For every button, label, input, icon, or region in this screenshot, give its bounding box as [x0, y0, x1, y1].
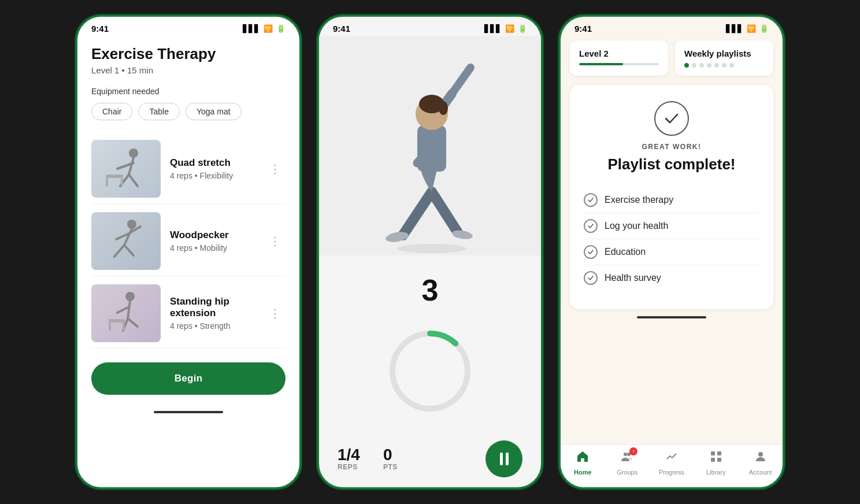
nav-home[interactable]: Home [565, 450, 600, 476]
reps-pts: 1/4 REPS 0 PTS [338, 447, 398, 471]
reps-value: 1/4 [338, 447, 360, 463]
exercise-info-hip: Standing hip extension 4 reps • Strength [170, 296, 265, 331]
status-icons-3: ▋▋▋ 🛜 🔋 [726, 24, 769, 33]
progress-icon [665, 450, 679, 467]
dot-6 [722, 63, 726, 68]
bottom-nav: Home ! Groups [561, 444, 783, 487]
tab-weekly-dots [684, 63, 764, 68]
check-sm-4 [584, 271, 598, 285]
pause-bar-left [500, 453, 503, 465]
battery-icon-3: 🔋 [759, 24, 769, 33]
home-indicator-3 [637, 316, 706, 318]
svg-line-24 [432, 192, 458, 232]
exercise-name-wood: Woodpecker [170, 229, 265, 241]
screen1-content: Exercise Therapy Level 1 • 15 min Equipm… [77, 36, 299, 404]
check-sm-3 [584, 245, 598, 259]
groups-icon: ! [620, 450, 634, 467]
svg-rect-38 [711, 451, 715, 455]
pause-icon [500, 453, 509, 465]
svg-line-10 [114, 245, 124, 257]
check-sm-1 [584, 193, 598, 207]
svg-line-15 [128, 301, 130, 318]
home-icon [576, 450, 590, 467]
nav-groups[interactable]: ! Groups [610, 450, 644, 476]
wifi-icon-2: 🛜 [505, 24, 514, 33]
exercise-detail-wood: 4 reps • Mobility [170, 243, 265, 253]
check-sm-2 [584, 219, 598, 233]
dot-5 [714, 63, 719, 68]
tab-level2[interactable]: Level 2 [570, 40, 668, 76]
svg-rect-7 [121, 178, 123, 187]
svg-rect-20 [109, 323, 111, 331]
reps-item: 1/4 REPS [338, 447, 360, 471]
exercise-menu-wood[interactable]: ⋮ [265, 229, 286, 253]
workout-image [319, 36, 541, 255]
svg-line-3 [129, 175, 138, 186]
exercise-menu-hip[interactable]: ⋮ [265, 302, 286, 325]
status-bar-1: 9:41 ▋▋▋ 🛜 🔋 [77, 17, 299, 36]
svg-point-42 [758, 452, 763, 457]
signal-icon-2: ▋▋▋ [484, 24, 502, 33]
app-title: Exercise Therapy [91, 45, 286, 63]
nav-progress[interactable]: Progress [654, 450, 689, 476]
nav-groups-label: Groups [617, 469, 637, 476]
equipment-yogamat[interactable]: Yoga mat [186, 103, 242, 120]
svg-point-33 [439, 101, 448, 115]
dot-3 [699, 63, 704, 68]
equipment-chair[interactable]: Chair [91, 103, 132, 120]
exercise-item-quad[interactable]: Quad stretch 4 reps • Flexibility ⋮ [91, 134, 286, 204]
check-circle-large [654, 101, 689, 136]
time-2: 9:41 [333, 24, 350, 34]
exercise-item-hip[interactable]: Standing hip extension 4 reps • Strength… [91, 279, 286, 349]
nav-progress-label: Progress [659, 469, 684, 476]
svg-rect-40 [711, 458, 715, 462]
signal-icon: ▋▋▋ [243, 24, 260, 33]
checklist-label-3: Education [605, 247, 646, 257]
svg-rect-21 [123, 323, 125, 331]
ring-svg [384, 325, 476, 417]
svg-rect-39 [717, 451, 721, 455]
pts-value: 0 [383, 447, 398, 463]
status-bar-3: 9:41 ▋▋▋ 🛜 🔋 [561, 17, 783, 36]
exercise-item-wood[interactable]: Woodpecker 4 reps • Mobility ⋮ [91, 206, 286, 276]
battery-icon: 🔋 [276, 24, 286, 33]
svg-line-11 [124, 245, 134, 255]
pause-button[interactable] [485, 440, 522, 477]
equipment-label: Equipment needed [91, 87, 286, 96]
tabs-row: Level 2 Weekly playlists [561, 36, 783, 85]
exercise-name-hip: Standing hip extension [170, 296, 265, 319]
svg-line-29 [452, 68, 470, 94]
nav-home-label: Home [574, 469, 592, 476]
exercise-thumb-quad [91, 140, 161, 198]
checklist-item-1: Exercise therapy [584, 187, 759, 213]
nav-library[interactable]: Library [699, 450, 733, 476]
exercise-info-wood: Woodpecker 4 reps • Mobility [170, 229, 265, 253]
battery-icon-2: 🔋 [518, 24, 527, 33]
checklist-item-3: Education [584, 239, 759, 265]
svg-point-14 [125, 292, 135, 301]
checklist-label-1: Exercise therapy [605, 195, 673, 205]
nav-account[interactable]: Account [743, 450, 778, 476]
wifi-icon-3: 🛜 [747, 24, 756, 33]
exercise-thumb-hip [91, 284, 161, 342]
account-icon [754, 450, 768, 467]
tab-weekly[interactable]: Weekly playlists [675, 40, 773, 76]
progress-ring [319, 313, 541, 429]
time-1: 9:41 [91, 24, 109, 34]
svg-line-18 [117, 307, 129, 313]
nav-account-label: Account [749, 469, 772, 476]
tab-level2-bar [579, 63, 659, 65]
begin-button[interactable]: Begin [91, 362, 286, 395]
checklist-label-2: Log your health [605, 221, 668, 231]
complete-card: GREAT WORK! Playlist complete! Exercise … [570, 85, 773, 309]
dot-1 [684, 63, 689, 68]
exercise-info-quad: Quad stretch 4 reps • Flexibility [170, 157, 265, 180]
svg-point-0 [129, 149, 138, 158]
app-subtitle: Level 1 • 15 min [91, 65, 286, 75]
checklist-item-2: Log your health [584, 213, 759, 239]
groups-badge: ! [629, 447, 637, 455]
svg-point-36 [624, 453, 627, 456]
screen2-frame: 9:41 ▋▋▋ 🛜 🔋 [317, 15, 543, 489]
equipment-table[interactable]: Table [138, 103, 179, 120]
exercise-menu-quad[interactable]: ⋮ [265, 157, 286, 180]
